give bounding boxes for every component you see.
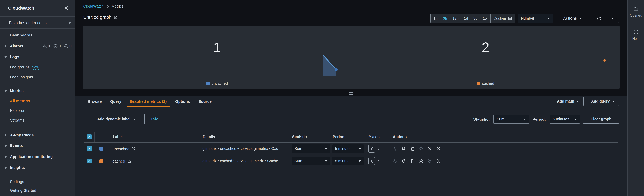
sidebar-item-insights[interactable]: Insights (0, 164, 74, 172)
help-panel-button[interactable]: Help (628, 30, 644, 40)
sidebar-item-all-metrics[interactable]: All metrics (0, 97, 74, 105)
duplicate-icon[interactable] (410, 159, 415, 163)
tab-options[interactable]: Options (171, 96, 194, 107)
sidebar-item-getting-started[interactable]: Getting Started (0, 187, 74, 194)
sidebar-item-settings[interactable]: Settings (0, 178, 74, 186)
chevron-right-icon (5, 45, 7, 48)
chevron-down-icon (574, 118, 576, 120)
graph-pulse-icon[interactable] (392, 159, 397, 163)
new-badge[interactable]: New (32, 65, 39, 70)
yaxis-right-button[interactable] (376, 145, 381, 152)
info-link[interactable]: Info (151, 117, 158, 121)
row-statistic-select[interactable]: Sum (292, 157, 330, 165)
move-up-icon[interactable] (419, 159, 424, 163)
actions-button[interactable]: Actions (556, 14, 589, 23)
time-range-3h[interactable]: 3h (440, 14, 450, 23)
add-dynamic-label-button[interactable]: Add dynamic label (88, 114, 145, 124)
chevron-right-icon (69, 21, 71, 24)
graph-title-row: Untitled graph (83, 15, 118, 20)
statistic-select[interactable]: Sum (493, 115, 530, 124)
move-up-icon[interactable] (419, 146, 424, 151)
move-down-icon[interactable] (428, 146, 432, 151)
edit-icon[interactable] (127, 159, 131, 163)
remove-icon[interactable] (436, 146, 441, 151)
metric-details-link[interactable]: gitmetrix • cached • service: gitmetrix … (202, 159, 278, 163)
sidebar-item-xray-traces[interactable]: X-Ray traces (0, 131, 74, 139)
legend-swatch (476, 82, 480, 85)
alarm-badges: 0 0 0 (42, 42, 72, 50)
alarm-ok-icon (53, 44, 58, 48)
select-all-checkbox[interactable]: ✓ (87, 135, 92, 139)
refresh-options-button[interactable] (606, 14, 619, 23)
view-type-select[interactable]: Number (518, 14, 553, 23)
add-query-button[interactable]: Add query (586, 97, 619, 106)
sidebar-item-favorites[interactable]: Favorites and recents (0, 17, 74, 28)
time-range-12h[interactable]: 12h (450, 14, 461, 23)
edit-icon[interactable] (132, 147, 136, 151)
tab-source[interactable]: Source (194, 96, 216, 107)
duplicate-icon[interactable] (410, 146, 415, 151)
chevron-right-icon (5, 166, 7, 169)
chevron-down-icon (325, 160, 327, 162)
series-color-swatch[interactable] (99, 159, 103, 163)
sidebar-item-explorer[interactable]: Explorer (0, 107, 74, 115)
breadcrumb-current: Metrics (112, 4, 124, 9)
legend-cached[interactable]: cached (351, 81, 620, 86)
sidebar-item-log-groups[interactable]: Log groupsNew (0, 63, 74, 71)
add-math-button[interactable]: Add math (552, 97, 584, 106)
graph-title: Untitled graph (83, 15, 112, 20)
move-down-icon[interactable] (428, 159, 432, 163)
right-rail: Queries Help (628, 0, 644, 196)
time-range-1w[interactable]: 1w (480, 14, 490, 23)
alarm-count-ok: 0 (59, 42, 61, 50)
clear-graph-button[interactable]: Clear graph (583, 115, 619, 124)
sidebar-item-application-monitoring[interactable]: Application monitoring (0, 153, 74, 161)
edit-icon[interactable] (114, 15, 118, 19)
time-range-1d[interactable]: 1d (461, 14, 471, 23)
create-alarm-bell-icon[interactable] (401, 159, 406, 163)
time-range-1h[interactable]: 1h (431, 14, 440, 23)
sidebar-item-alarms[interactable]: Alarms 0 0 0 (0, 42, 74, 50)
chevron-down-icon (579, 18, 582, 19)
close-icon[interactable] (64, 6, 68, 11)
actions-column-header: Actions (388, 132, 618, 142)
row-period-select[interactable]: 5 minutes (332, 157, 364, 165)
cached-data-point (604, 59, 606, 61)
details-column-header: Details (198, 132, 288, 142)
row-checkbox[interactable]: ✓ (87, 159, 92, 163)
chevron-down-icon (548, 18, 550, 19)
graph-pulse-icon[interactable] (392, 146, 397, 151)
tab-browse[interactable]: Browse (83, 96, 106, 107)
queries-panel-button[interactable]: Queries (628, 6, 644, 17)
yaxis-left-button[interactable] (368, 157, 375, 165)
series-color-swatch[interactable] (99, 147, 103, 151)
legend-uncached[interactable]: uncached (83, 81, 351, 86)
period-select[interactable]: 5 minutes (550, 115, 580, 124)
sidebar-item-metrics[interactable]: Metrics (0, 87, 74, 95)
create-alarm-bell-icon[interactable] (401, 146, 406, 151)
row-statistic-select[interactable]: Sum (292, 144, 330, 153)
statistic-period-controls: Statistic: Sum Period: 5 minutes Clear g… (473, 115, 619, 124)
time-range-3d[interactable]: 3d (471, 14, 480, 23)
number-widget-cached: 2 cached (351, 26, 620, 89)
breadcrumb-cloudwatch-link[interactable]: CloudWatch (83, 4, 104, 9)
time-range-custom[interactable]: Custom (490, 14, 515, 23)
metric-details-link[interactable]: gitmetrix • uncached • service: gitmetri… (202, 147, 278, 151)
panel-resize-handle[interactable] (349, 92, 353, 95)
sidebar-item-dashboards[interactable]: Dashboards (0, 31, 74, 39)
yaxis-left-button[interactable] (368, 145, 375, 153)
sidebar-item-logs[interactable]: Logs (0, 53, 74, 61)
row-checkbox[interactable]: ✓ (87, 146, 92, 151)
row-period-select[interactable]: 5 minutes (332, 144, 364, 153)
yaxis-right-button[interactable] (376, 157, 381, 165)
sidebar-item-events[interactable]: Events (0, 142, 74, 150)
sidebar-item-streams[interactable]: Streams (0, 116, 74, 124)
chevron-down-icon (4, 56, 7, 58)
sidebar-item-logs-insights[interactable]: Logs Insights (0, 73, 74, 81)
color-column-header (94, 132, 108, 142)
tab-actions: Add math Add query (552, 97, 619, 106)
refresh-button[interactable] (592, 14, 606, 23)
tab-graphed-metrics[interactable]: Graphed metrics (2) (126, 96, 171, 107)
remove-icon[interactable] (436, 159, 441, 163)
tab-query[interactable]: Query (106, 96, 126, 107)
